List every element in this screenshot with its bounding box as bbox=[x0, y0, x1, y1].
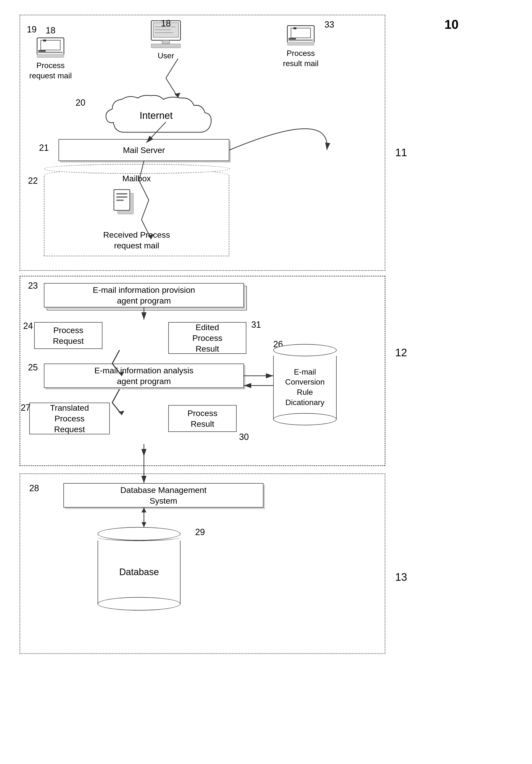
ref-24: 24 bbox=[23, 321, 33, 331]
ref-19: 19 bbox=[27, 24, 37, 35]
edited-process-result-box: EditedProcessResult bbox=[168, 322, 246, 354]
svg-rect-17 bbox=[288, 40, 313, 41]
email-conversion-label: E-mailConversionRuleDicationary bbox=[285, 367, 325, 408]
ref-29: 29 bbox=[195, 527, 205, 537]
process-request-label: ProcessRequest bbox=[53, 325, 84, 346]
ref-22: 22 bbox=[28, 176, 38, 186]
email-analysis-box: E-mail information analysisagent program bbox=[44, 364, 244, 388]
ref-23: 23 bbox=[28, 281, 38, 291]
ref-21: 21 bbox=[39, 143, 49, 153]
svg-rect-2 bbox=[43, 40, 46, 42]
database-label: Database bbox=[119, 566, 159, 578]
process-request-mail-label: Processrequest mail bbox=[29, 61, 72, 81]
ref-30: 30 bbox=[239, 432, 249, 442]
ref-25: 25 bbox=[28, 362, 38, 373]
translated-process-request-box: TranslatedProcessRequest bbox=[29, 403, 110, 434]
email-provision-box: E-mail information provisionagent progra… bbox=[44, 283, 244, 307]
process-result-mail-label: Processresult mail bbox=[283, 48, 318, 69]
diagram-container: 10 11 12 13 18 Processrequest mail 19 bbox=[15, 10, 478, 754]
translated-process-request-label: TranslatedProcessRequest bbox=[50, 402, 89, 435]
received-process-request-label: Received Processrequest mail bbox=[44, 229, 229, 251]
ref-31: 31 bbox=[251, 320, 261, 330]
ref-18b: 18 bbox=[161, 18, 171, 29]
ref-33: 33 bbox=[324, 20, 334, 30]
ref-20: 20 bbox=[76, 97, 198, 108]
database-management-label: Database ManagementSystem bbox=[120, 484, 206, 506]
mail-server-box: Mail Server bbox=[59, 139, 229, 161]
process-result-box: ProcessResult bbox=[168, 405, 237, 432]
email-provision-label: E-mail information provisionagent progra… bbox=[93, 285, 195, 306]
database-cylinder: Database bbox=[97, 527, 181, 611]
edited-process-result-label: EditedProcessResult bbox=[192, 322, 223, 354]
svg-rect-14 bbox=[291, 28, 310, 38]
svg-rect-15 bbox=[293, 27, 296, 29]
svg-rect-4 bbox=[38, 52, 63, 53]
process-request-box: ProcessRequest bbox=[34, 322, 102, 349]
svg-rect-27 bbox=[116, 196, 127, 198]
database-management-box: Database ManagementSystem bbox=[64, 483, 264, 507]
svg-rect-1 bbox=[41, 40, 60, 50]
internet-cloud: 20 Internet bbox=[100, 83, 222, 143]
mail-server-label: Mail Server bbox=[123, 145, 165, 155]
svg-rect-12 bbox=[151, 44, 181, 48]
svg-rect-5 bbox=[37, 54, 64, 58]
mailbox-label: Mailbox bbox=[44, 171, 229, 183]
svg-rect-11 bbox=[162, 40, 170, 44]
svg-text:Internet: Internet bbox=[139, 110, 173, 121]
email-analysis-label: E-mail information analysisagent program bbox=[94, 365, 193, 387]
ref-10: 10 bbox=[444, 17, 458, 32]
ref-13: 13 bbox=[395, 571, 407, 583]
ref-27: 27 bbox=[21, 403, 31, 413]
mailbox-container: Mailbox Received Processrequest mail bbox=[44, 168, 229, 256]
svg-rect-18 bbox=[287, 42, 314, 45]
svg-rect-26 bbox=[116, 193, 127, 194]
ref-28: 28 bbox=[29, 483, 39, 493]
ref-18: 18 bbox=[46, 24, 55, 37]
ref-11: 11 bbox=[395, 146, 407, 159]
process-result-label: ProcessResult bbox=[188, 408, 218, 429]
process-result-mail-device: Processresult mail bbox=[283, 24, 318, 69]
email-conversion-rule-cylinder: E-mailConversionRuleDicationary bbox=[273, 344, 337, 425]
ref-12: 12 bbox=[395, 346, 407, 359]
svg-rect-28 bbox=[116, 200, 124, 201]
user-label: User bbox=[158, 51, 174, 61]
